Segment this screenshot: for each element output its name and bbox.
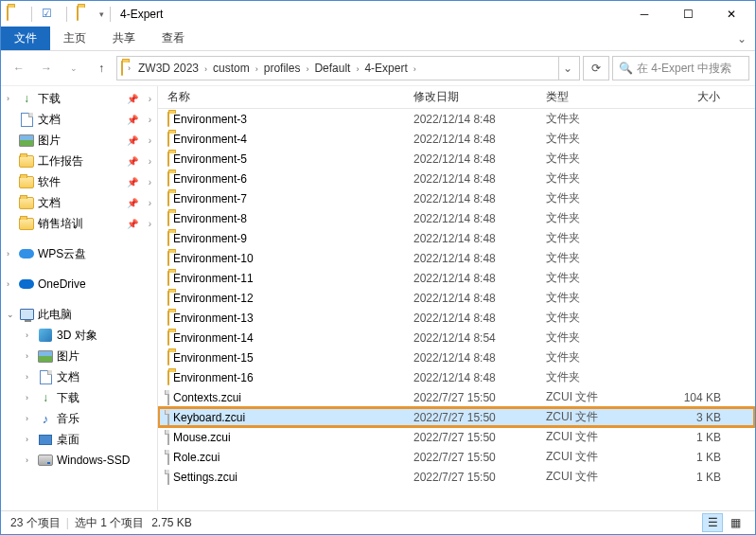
file-row[interactable]: Mouse.zcui2022/7/27 15:50ZCUI 文件1 KB bbox=[158, 427, 755, 447]
address-bar[interactable]: › ZW3D 2023›custom›profiles›Default›4-Ex… bbox=[116, 56, 580, 80]
sidebar-item[interactable]: ›桌面 bbox=[1, 429, 157, 450]
music-icon: ♪ bbox=[37, 411, 54, 426]
file-row[interactable]: Environment-102022/12/14 8:48文件夹 bbox=[158, 248, 755, 268]
view-thumbnails-button[interactable]: ▦ bbox=[725, 513, 746, 532]
file-row[interactable]: Environment-142022/12/14 8:54文件夹 bbox=[158, 328, 755, 348]
file-row[interactable]: Environment-32022/12/14 8:48文件夹 bbox=[158, 109, 755, 129]
nav-up-button[interactable]: ↑ bbox=[89, 56, 114, 80]
expand-icon[interactable]: › bbox=[7, 249, 18, 259]
expand-icon[interactable]: › bbox=[7, 279, 18, 289]
column-type[interactable]: 类型 bbox=[536, 86, 642, 108]
sidebar-item[interactable]: 工作报告📌› bbox=[1, 151, 157, 171]
breadcrumb-item[interactable]: 4-Expert bbox=[361, 62, 410, 75]
file-list-body[interactable]: Environment-32022/12/14 8:48文件夹Environme… bbox=[158, 109, 755, 510]
maximize-button[interactable]: ☐ bbox=[666, 1, 710, 27]
sidebar-item[interactable]: ›3D 对象 bbox=[1, 325, 157, 346]
file-row[interactable]: Environment-132022/12/14 8:48文件夹 bbox=[158, 308, 755, 328]
nav-back-button[interactable]: ← bbox=[7, 56, 31, 80]
sidebar-item[interactable]: ›OneDrive bbox=[1, 274, 157, 294]
expand-icon[interactable]: ⌄ bbox=[7, 310, 18, 319]
main-area: ›↓下载📌›文档📌›图片📌›工作报告📌›软件📌›文档📌›销售培训📌››WPS云盘… bbox=[1, 85, 755, 510]
qat-dropdown-icon[interactable]: ▾ bbox=[99, 9, 104, 19]
file-row[interactable]: Environment-72022/12/14 8:48文件夹 bbox=[158, 188, 755, 208]
expand-icon[interactable]: › bbox=[7, 94, 18, 103]
expand-icon[interactable]: › bbox=[26, 330, 37, 340]
sidebar-item[interactable]: ›图片 bbox=[1, 346, 157, 366]
folder-icon[interactable] bbox=[77, 7, 92, 22]
address-root-icon[interactable] bbox=[121, 62, 123, 75]
file-type: ZCUI 文件 bbox=[536, 449, 642, 465]
file-size: 1 KB bbox=[642, 471, 734, 484]
file-row[interactable]: Environment-162022/12/14 8:48文件夹 bbox=[158, 367, 755, 387]
chevron-right-icon: › bbox=[149, 156, 151, 167]
expand-icon[interactable]: › bbox=[26, 393, 37, 402]
search-box[interactable]: 🔍 在 4-Expert 中搜索 bbox=[612, 56, 749, 80]
pin-icon: 📌 bbox=[127, 177, 138, 187]
ribbon-expand-icon[interactable]: ⌄ bbox=[729, 27, 755, 50]
breadcrumb-item[interactable]: Default bbox=[311, 62, 353, 75]
file-row[interactable]: Environment-42022/12/14 8:48文件夹 bbox=[158, 129, 755, 149]
file-row[interactable]: Environment-52022/12/14 8:48文件夹 bbox=[158, 149, 755, 169]
expand-icon[interactable]: › bbox=[26, 435, 37, 444]
minimize-button[interactable]: ─ bbox=[623, 1, 666, 27]
sidebar-item[interactable]: ⌄此电脑 bbox=[1, 304, 157, 325]
file-row[interactable]: Keyboard.zcui2022/7/27 15:50ZCUI 文件3 KB bbox=[158, 407, 755, 427]
folder-icon bbox=[167, 192, 169, 205]
file-row[interactable]: Environment-112022/12/14 8:48文件夹 bbox=[158, 268, 755, 288]
sidebar-item[interactable]: ›↓下载📌› bbox=[1, 88, 157, 109]
column-name[interactable]: 名称 bbox=[158, 86, 404, 108]
sidebar-item-label: 下载 bbox=[57, 390, 79, 406]
titlebar: ☑ ▾ 4-Expert ─ ☐ ✕ bbox=[1, 1, 755, 27]
expand-icon[interactable]: › bbox=[26, 455, 37, 465]
sidebar-item[interactable]: ›♪音乐 bbox=[1, 408, 157, 429]
file-row[interactable]: Environment-62022/12/14 8:48文件夹 bbox=[158, 169, 755, 188]
expand-icon[interactable]: › bbox=[26, 351, 37, 361]
sidebar-item[interactable]: ›文档 bbox=[1, 366, 157, 387]
menu-home[interactable]: 主页 bbox=[50, 27, 99, 50]
breadcrumb-item[interactable]: custom bbox=[210, 62, 253, 75]
chevron-right-icon[interactable]: › bbox=[202, 64, 210, 74]
sidebar-item[interactable]: 软件📌› bbox=[1, 171, 157, 192]
file-row[interactable]: Role.zcui2022/7/27 15:50ZCUI 文件1 KB bbox=[158, 447, 755, 467]
nav-recent-dropdown[interactable]: ⌄ bbox=[62, 56, 86, 80]
menu-view[interactable]: 查看 bbox=[149, 27, 198, 50]
file-row[interactable]: Environment-82022/12/14 8:48文件夹 bbox=[158, 208, 755, 228]
sidebar-item[interactable]: ›↓下载 bbox=[1, 387, 157, 408]
file-date: 2022/12/14 8:48 bbox=[404, 252, 536, 265]
menu-share[interactable]: 共享 bbox=[99, 27, 149, 50]
sidebar-item[interactable]: ›Windows-SSD bbox=[1, 450, 157, 471]
chevron-right-icon[interactable]: › bbox=[253, 64, 261, 74]
file-name: Environment-11 bbox=[173, 272, 254, 285]
menu-file[interactable]: 文件 bbox=[1, 27, 50, 50]
refresh-button[interactable]: ⟳ bbox=[583, 56, 609, 80]
view-details-button[interactable]: ☰ bbox=[702, 513, 723, 532]
sidebar-item-label: 下载 bbox=[38, 91, 61, 107]
file-type: 文件夹 bbox=[536, 190, 642, 206]
expand-icon[interactable]: › bbox=[26, 414, 37, 423]
breadcrumb-item[interactable]: ZW3D 2023 bbox=[135, 62, 202, 75]
file-name: Environment-4 bbox=[173, 133, 247, 146]
column-size[interactable]: 大小 bbox=[642, 86, 734, 108]
qat-properties-icon[interactable]: ☑ bbox=[42, 7, 57, 22]
breadcrumb-item[interactable]: profiles bbox=[261, 62, 304, 75]
column-modified[interactable]: 修改日期 bbox=[404, 86, 536, 108]
file-row[interactable]: Environment-152022/12/14 8:48文件夹 bbox=[158, 348, 755, 367]
sidebar-item-label: 文档 bbox=[57, 369, 79, 385]
nav-forward-button[interactable]: → bbox=[34, 56, 59, 80]
navigation-pane[interactable]: ›↓下载📌›文档📌›图片📌›工作报告📌›软件📌›文档📌›销售培训📌››WPS云盘… bbox=[1, 86, 158, 510]
file-row[interactable]: Environment-122022/12/14 8:48文件夹 bbox=[158, 288, 755, 308]
sidebar-item[interactable]: 文档📌› bbox=[1, 192, 157, 213]
chevron-right-icon[interactable]: › bbox=[411, 64, 419, 74]
expand-icon[interactable]: › bbox=[26, 372, 37, 382]
chevron-right-icon[interactable]: › bbox=[125, 63, 133, 73]
sidebar-item-label: 文档 bbox=[38, 112, 61, 128]
file-row[interactable]: Contexts.zcui2022/7/27 15:50ZCUI 文件104 K… bbox=[158, 387, 755, 407]
file-row[interactable]: Environment-92022/12/14 8:48文件夹 bbox=[158, 228, 755, 248]
sidebar-item[interactable]: 销售培训📌› bbox=[1, 213, 157, 234]
sidebar-item[interactable]: ›WPS云盘 bbox=[1, 243, 157, 264]
close-button[interactable]: ✕ bbox=[710, 1, 753, 27]
sidebar-item[interactable]: 图片📌› bbox=[1, 130, 157, 151]
sidebar-item[interactable]: 文档📌› bbox=[1, 109, 157, 130]
file-row[interactable]: Settings.zcui2022/7/27 15:50ZCUI 文件1 KB bbox=[158, 467, 755, 487]
address-dropdown-icon[interactable]: ⌄ bbox=[558, 57, 575, 80]
